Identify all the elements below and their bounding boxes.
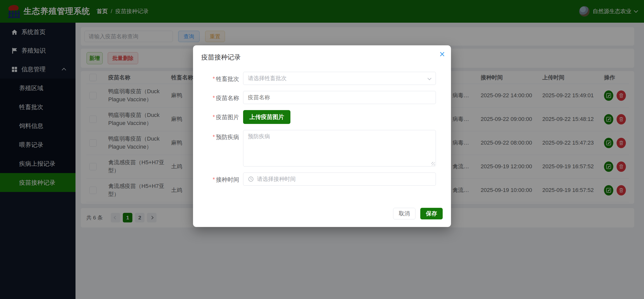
close-icon[interactable]: × bbox=[439, 49, 445, 59]
field-prevented-disease: *预防疾病 预防疾病 bbox=[201, 130, 443, 167]
textarea-placeholder: 预防疾病 bbox=[248, 133, 270, 140]
required-asterisk: * bbox=[213, 95, 215, 101]
save-button[interactable]: 保存 bbox=[420, 208, 443, 219]
prevented-disease-textarea[interactable]: 预防疾病 bbox=[243, 130, 436, 167]
clock-icon bbox=[248, 176, 254, 182]
dialog-form: *牲畜批次 请选择牲畜批次 *疫苗名称 *疫苗图片 上传疫苗图片 bbox=[201, 72, 443, 186]
field-vaccine-image: *疫苗图片 上传疫苗图片 bbox=[201, 110, 443, 124]
time-placeholder: 请选择接种时间 bbox=[257, 175, 296, 183]
field-label: 疫苗图片 bbox=[216, 114, 239, 120]
required-asterisk: * bbox=[213, 176, 215, 183]
required-asterisk: * bbox=[213, 114, 215, 120]
dialog-title: 疫苗接种记录 bbox=[201, 53, 443, 62]
vaccination-time-picker[interactable]: 请选择接种时间 bbox=[243, 173, 436, 186]
field-livestock-batch: *牲畜批次 请选择牲畜批次 bbox=[201, 72, 443, 85]
upload-vaccine-image-button[interactable]: 上传疫苗图片 bbox=[243, 110, 290, 124]
vaccine-name-input[interactable] bbox=[243, 91, 436, 104]
field-vaccine-name: *疫苗名称 bbox=[201, 91, 443, 104]
required-asterisk: * bbox=[213, 134, 215, 140]
field-label: 预防疾病 bbox=[216, 134, 239, 140]
field-label: 疫苗名称 bbox=[216, 95, 239, 101]
livestock-batch-select[interactable]: 请选择牲畜批次 bbox=[243, 72, 436, 85]
field-label: 牲畜批次 bbox=[216, 76, 239, 82]
vaccination-record-dialog: 疫苗接种记录 × *牲畜批次 请选择牲畜批次 *疫苗名称 *疫苗图片 bbox=[193, 45, 451, 227]
cancel-button[interactable]: 取消 bbox=[393, 208, 415, 219]
dialog-footer: 取消 保存 bbox=[393, 208, 443, 219]
resize-handle[interactable] bbox=[431, 162, 435, 165]
field-label: 接种时间 bbox=[216, 176, 239, 183]
select-placeholder: 请选择牲畜批次 bbox=[248, 75, 287, 82]
app-viewport: 生态养殖管理系统 首页 / 疫苗接种记录 自然源生态农业 系统首页 养殖知识 bbox=[0, 0, 644, 299]
field-vaccination-time: *接种时间 请选择接种时间 bbox=[201, 173, 443, 186]
required-asterisk: * bbox=[213, 76, 215, 82]
